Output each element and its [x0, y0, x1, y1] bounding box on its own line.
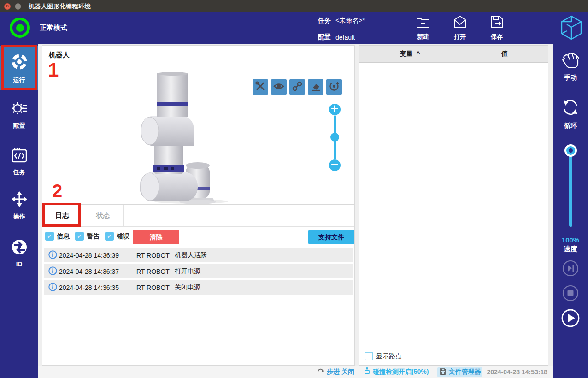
- stop-icon: [562, 284, 579, 302]
- step-forward-icon: [562, 260, 579, 277]
- play-button[interactable]: [561, 308, 580, 328]
- sidebar-item-operate[interactable]: 操作: [0, 189, 38, 221]
- error-checkbox[interactable]: [105, 232, 114, 241]
- log-time: 2024-04-28 14:36:37: [59, 268, 136, 275]
- sort-asc-icon: ^: [416, 50, 420, 58]
- divider: [433, 369, 433, 376]
- view-path-button[interactable]: [289, 79, 305, 95]
- new-task-button[interactable]: 新建: [408, 14, 438, 43]
- filter-warning[interactable]: 警告: [75, 232, 100, 241]
- log-panel: 日志 状态 信息 警告 错误 清除 支持文件 2024-04-28 14:: [42, 204, 355, 366]
- open-button[interactable]: 打开: [445, 14, 475, 43]
- loop-mode-button[interactable]: 循环: [553, 97, 588, 130]
- divider: [42, 226, 354, 227]
- log-source: RT ROBOT: [136, 284, 175, 291]
- variables-column-header[interactable]: 变量 ^: [359, 46, 461, 63]
- info-icon: [48, 266, 57, 277]
- tab-status[interactable]: 状态: [82, 205, 124, 226]
- log-row[interactable]: 2024-04-28 14:36:39 RT ROBOT 机器人活跃: [44, 248, 353, 262]
- variable-col-label: 变量: [400, 50, 412, 58]
- speed-label: 速度: [553, 245, 588, 254]
- task-row: 任务 <未命名>*: [318, 17, 365, 25]
- robot-arm-3d-view[interactable]: [137, 68, 266, 204]
- clear-log-label: 清除: [150, 233, 163, 242]
- play-icon: [561, 308, 580, 328]
- log-message: 机器人活跃: [175, 251, 207, 260]
- minus-icon: [331, 161, 338, 170]
- support-file-button[interactable]: 支持文件: [308, 230, 354, 244]
- titlebar: ✕ ─ 机器人图形化编程环境: [0, 0, 588, 12]
- sidebar-item-io[interactable]: IO: [0, 237, 38, 268]
- move-arrows-icon: [10, 190, 29, 210]
- log-row[interactable]: 2024-04-28 14:36:35 RT ROBOT 关闭电源: [44, 280, 353, 295]
- speed-slider-track[interactable]: [569, 146, 572, 227]
- brand-logo-icon: [559, 13, 584, 42]
- filter-error[interactable]: 错误: [105, 232, 129, 241]
- sidebar-item-label: IO: [16, 260, 23, 267]
- sidebar-item-label: 配置: [13, 122, 25, 130]
- file-manager-button[interactable]: 文件管理器: [437, 367, 482, 377]
- sidebar-item-run[interactable]: 运行: [0, 46, 38, 90]
- plus-icon: [331, 105, 338, 114]
- step-forward-button[interactable]: [562, 260, 579, 277]
- open-label: 打开: [454, 33, 466, 41]
- clear-log-button[interactable]: 清除: [133, 230, 179, 244]
- collision-detect-status[interactable]: 碰撞检测开启(50%): [363, 367, 429, 377]
- value-col-label: 值: [501, 50, 508, 58]
- tab-status-label: 状态: [96, 211, 110, 220]
- log-time: 2024-04-28 14:36:39: [59, 252, 136, 259]
- support-file-label: 支持文件: [318, 233, 344, 242]
- hand-icon: [560, 51, 581, 72]
- collision-robot-icon: [363, 367, 371, 377]
- config-value: default: [335, 34, 355, 41]
- waypoints-icon: [291, 80, 303, 94]
- filter-info[interactable]: 信息: [45, 232, 70, 241]
- save-button[interactable]: 保存: [482, 14, 512, 43]
- mode-indicator-icon: [10, 18, 30, 38]
- log-source: RT ROBOT: [136, 268, 175, 275]
- log-row[interactable]: 2024-04-28 14:36:37 RT ROBOT 打开电源: [44, 264, 353, 278]
- minimize-icon[interactable]: ─: [15, 3, 21, 10]
- view-visibility-button[interactable]: [271, 79, 287, 95]
- manual-mode-label: 手动: [564, 74, 577, 82]
- speed-slider-handle[interactable]: [564, 144, 577, 157]
- view-rotate-button[interactable]: [326, 79, 342, 95]
- app-window: ✕ ─ 机器人图形化编程环境 正常模式 任务 <未命名>* 配置 default…: [0, 0, 588, 378]
- left-sidebar: 运行 配置: [0, 44, 38, 378]
- header: 正常模式 任务 <未命名>* 配置 default 新建: [0, 12, 588, 44]
- robot-3d-panel: 机器人: [42, 45, 355, 204]
- zoom-in-button[interactable]: [329, 104, 341, 115]
- variables-panel: 变量 ^ 值 显示路点: [359, 45, 548, 366]
- config-label: 配置: [318, 33, 331, 41]
- statusbar: 步进 关闭 碰撞检测开启(50%) 文件管理器 2024-04-28 14:53…: [38, 366, 553, 378]
- view-erase-button[interactable]: [308, 79, 323, 95]
- show-waypoints-label: 显示路点: [376, 352, 402, 360]
- show-waypoints-checkbox[interactable]: [365, 352, 373, 360]
- file-manager-label: 文件管理器: [448, 368, 481, 376]
- filter-warning-label: 警告: [87, 232, 100, 241]
- statusbar-datetime: 2024-04-28 14:53:18: [487, 368, 547, 376]
- info-checkbox[interactable]: [45, 232, 54, 241]
- stop-button[interactable]: [562, 284, 579, 302]
- gear-icon: [10, 99, 29, 119]
- value-column-header[interactable]: 值: [461, 46, 548, 63]
- rotate-view-icon: [328, 80, 340, 94]
- step-mode-label: 步进 关闭: [327, 368, 354, 376]
- loop-mode-label: 循环: [564, 122, 577, 130]
- sidebar-item-task[interactable]: 任务: [0, 145, 38, 177]
- sidebar-item-config[interactable]: 配置: [0, 98, 38, 130]
- eye-icon: [273, 80, 285, 94]
- log-message: 打开电源: [175, 267, 200, 276]
- step-mode-status[interactable]: 步进 关闭: [317, 367, 354, 377]
- tab-log[interactable]: 日志: [42, 205, 82, 226]
- manual-mode-button[interactable]: 手动: [553, 51, 588, 82]
- save-disk-icon: [489, 14, 505, 32]
- zoom-slider-handle[interactable]: [330, 133, 339, 142]
- close-icon[interactable]: ✕: [4, 3, 11, 10]
- right-sidebar: 手动 循环 100% 速度: [553, 44, 588, 378]
- view-tools-button[interactable]: [253, 79, 268, 95]
- warning-checkbox[interactable]: [75, 232, 84, 241]
- log-source: RT ROBOT: [136, 252, 175, 259]
- show-waypoints-toggle[interactable]: 显示路点: [365, 352, 402, 360]
- zoom-out-button[interactable]: [329, 159, 341, 171]
